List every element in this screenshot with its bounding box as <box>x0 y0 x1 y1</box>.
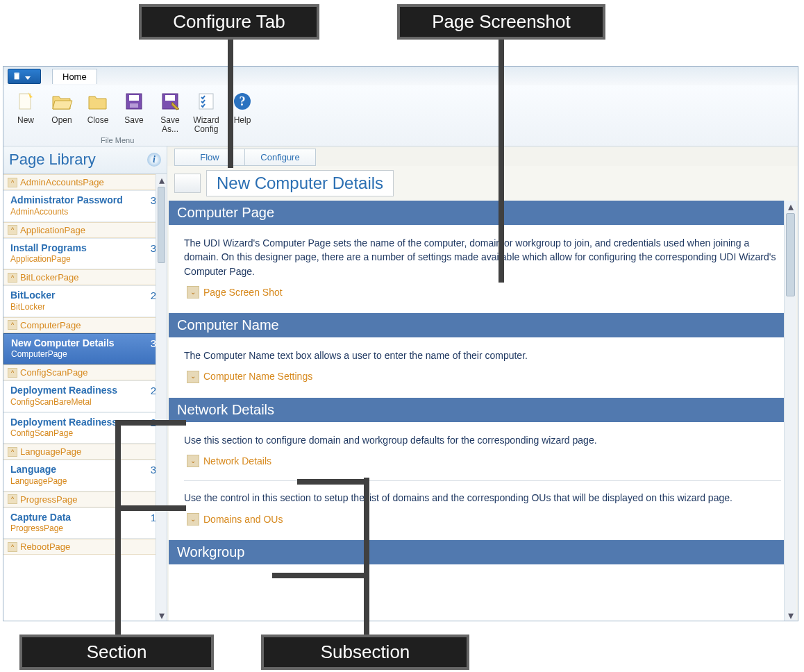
ribbon-label: Save <box>116 116 152 125</box>
ribbon-label: Save As... <box>152 116 188 134</box>
sidebar-item-subtitle: ComputerPage <box>11 349 115 360</box>
sidebar-item[interactable]: Administrator PasswordAdminAccounts3 <box>3 190 167 222</box>
sidebar-group-header[interactable]: ^ConfigScanPage <box>3 364 167 380</box>
sidebar-item-subtitle: ApplicationPage <box>10 254 87 264</box>
sidebar-header: Page Library i <box>3 146 167 174</box>
sidebar-item[interactable]: Capture DataProgressPage1 <box>3 507 167 539</box>
scroll-down-icon[interactable]: ▾ <box>785 610 796 621</box>
sidebar-item-subtitle: LanguagePage <box>10 476 67 487</box>
group-name: BitLockerPage <box>20 272 79 283</box>
subsection-network-details[interactable]: ⌄ Network Details <box>187 454 271 468</box>
sidebar-title: Page Library <box>9 151 96 169</box>
group-name: ConfigScanPage <box>20 367 88 378</box>
sidebar-group-header[interactable]: ^BitLockerPage <box>3 269 167 285</box>
sidebar: Page Library i ^AdminAccountsPageAdminis… <box>3 146 167 621</box>
callout-line <box>499 36 504 283</box>
chevron-down-icon: ⌄ <box>187 513 199 526</box>
group-name: ProgressPage <box>20 494 77 505</box>
section-text: The UDI Wizard's Computer Page sets the … <box>184 236 781 278</box>
ribbon-label: New <box>8 116 44 125</box>
sidebar-item[interactable]: LanguageLanguagePage3 <box>3 460 167 492</box>
sidebar-item[interactable]: New Computer DetailsComputerPage3 <box>3 333 167 365</box>
sidebar-scrollbar[interactable]: ▴ ▾ <box>156 174 167 621</box>
content-area: Flow Configure New Computer Details Comp… <box>167 146 798 621</box>
chevron-down-icon: ⌄ <box>187 371 199 383</box>
scroll-down-icon[interactable]: ▾ <box>156 610 167 621</box>
saveas-icon <box>158 90 182 113</box>
callout-line <box>228 36 233 168</box>
svg-text:?: ? <box>240 94 246 108</box>
sidebar-item[interactable]: BitLockerBitLocker2 <box>3 285 167 317</box>
content-tabs: Flow Configure <box>167 146 798 166</box>
folder-close-icon <box>86 90 110 113</box>
callout-subsection: Subsection <box>261 635 469 670</box>
sidebar-item[interactable]: Deployment ReadinessConfigScanBareMetal2 <box>3 380 167 412</box>
section-body: The Computer Name text box allows a user… <box>169 337 796 398</box>
ribbon-label: Wizard Config <box>188 116 224 134</box>
checklist-icon <box>194 90 218 113</box>
svg-rect-7 <box>165 95 175 101</box>
chevron-up-icon: ^ <box>8 447 17 457</box>
chevron-up-icon: ^ <box>8 494 17 504</box>
subsection-domains-and-ous[interactable]: ⌄ Domains and OUs <box>187 512 283 526</box>
sidebar-item-title: Administrator Password <box>10 194 123 207</box>
subsection-label: Page Screen Shot <box>203 285 283 299</box>
sidebar-item-title: Language <box>10 464 67 476</box>
scroll-thumb[interactable] <box>158 187 165 263</box>
sidebar-group-header[interactable]: ^RebootPage <box>3 539 167 555</box>
section-header: Computer Name <box>169 313 796 337</box>
section-header: Computer Page <box>169 201 796 225</box>
document-icon <box>12 72 22 81</box>
group-name: AdminAccountsPage <box>20 177 104 187</box>
ribbon-label: Open <box>44 116 80 125</box>
ribbon-wizard-config[interactable]: Wizard Config <box>188 88 224 146</box>
sidebar-group-header[interactable]: ^ComputerPage <box>3 317 167 333</box>
callout-line <box>297 479 367 485</box>
subsection-page-screenshot[interactable]: ⌄ Page Screen Shot <box>187 285 283 299</box>
sidebar-item-title: Deployment Readiness <box>10 417 117 429</box>
sidebar-group-header[interactable]: ^ApplicationPage <box>3 222 167 238</box>
group-name: ComputerPage <box>20 320 81 330</box>
group-name: RebootPage <box>20 541 70 552</box>
subsection-computer-name-settings[interactable]: ⌄ Computer Name Settings <box>187 369 312 383</box>
tab-configure[interactable]: Configure <box>245 149 316 166</box>
ribbon-saveas[interactable]: Save As... <box>152 88 188 146</box>
sidebar-group-header[interactable]: ^AdminAccountsPage <box>3 174 167 190</box>
thumbnail-icon <box>174 174 201 193</box>
sidebar-group-header[interactable]: ^LanguagePage <box>3 444 167 460</box>
section-header: Network Details <box>169 398 796 422</box>
sidebar-item[interactable]: Deployment ReadinessConfigScanPage2 <box>3 412 167 444</box>
tab-home[interactable]: Home <box>52 69 97 84</box>
help-icon: ? <box>231 90 254 113</box>
callout-line <box>364 478 369 636</box>
sidebar-item-title: New Computer Details <box>11 337 115 350</box>
folder-open-icon <box>50 90 74 113</box>
info-icon[interactable]: i <box>147 153 161 167</box>
sidebar-item[interactable]: Install ProgramsApplicationPage3 <box>3 238 167 270</box>
ribbon-group-label: File Menu <box>101 136 134 144</box>
scroll-up-icon[interactable]: ▴ <box>785 201 796 212</box>
sidebar-item-title: Deployment Readiness <box>10 385 117 397</box>
scroll-thumb[interactable] <box>786 213 795 296</box>
sidebar-item-title: Install Programs <box>10 242 87 255</box>
ribbon-new[interactable]: New <box>8 88 44 146</box>
tab-flow[interactable]: Flow <box>174 149 245 166</box>
subsection-label: Computer Name Settings <box>203 369 312 383</box>
file-menu-button[interactable] <box>8 69 41 84</box>
scroll-up-icon[interactable]: ▴ <box>156 174 167 185</box>
sidebar-item-title: Capture Data <box>10 512 71 524</box>
chevron-up-icon: ^ <box>8 320 17 330</box>
chevron-down-icon: ⌄ <box>187 455 199 467</box>
callout-configure-tab: Configure Tab <box>139 4 319 40</box>
chevron-up-icon: ^ <box>8 225 17 235</box>
sidebar-item-subtitle: ProgressPage <box>10 523 71 534</box>
svg-rect-1 <box>15 73 19 74</box>
titlebar: Home New Open Close <box>3 67 798 146</box>
sidebar-item-subtitle: BitLocker <box>10 302 56 312</box>
sidebar-item-subtitle: ConfigScanPage <box>10 428 117 439</box>
subsection-label: Domains and OUs <box>203 512 283 526</box>
content-scrollbar[interactable]: ▴ ▾ <box>784 201 796 621</box>
callout-line <box>115 505 186 511</box>
sidebar-scroll: ^AdminAccountsPageAdministrator Password… <box>3 174 167 621</box>
ribbon-open[interactable]: Open <box>44 88 80 146</box>
